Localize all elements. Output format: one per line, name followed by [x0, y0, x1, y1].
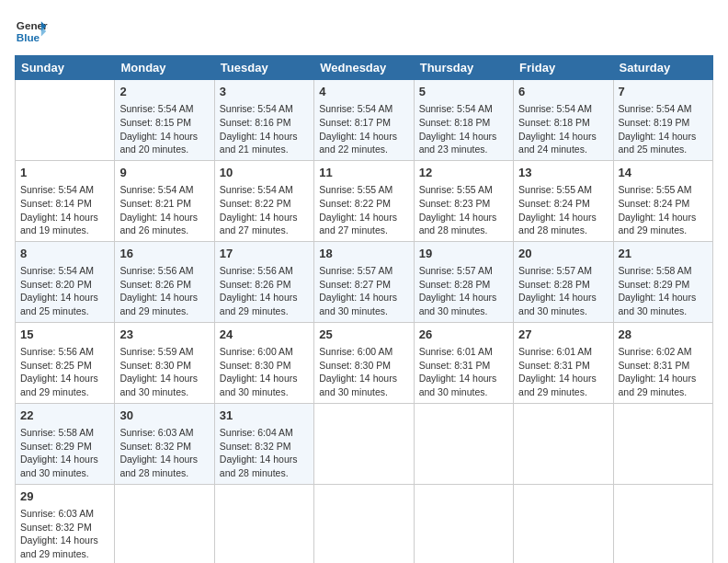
- day-number: 20: [518, 246, 608, 262]
- calendar-cell: 5Sunrise: 5:54 AMSunset: 8:18 PMDaylight…: [414, 80, 513, 161]
- sunset-text: Sunset: 8:18 PM: [518, 117, 590, 128]
- calendar-cell: 18Sunrise: 5:57 AMSunset: 8:27 PMDayligh…: [314, 241, 414, 322]
- sunrise-text: Sunrise: 6:03 AM: [20, 508, 94, 519]
- sunset-text: Sunset: 8:15 PM: [119, 117, 191, 128]
- logo-icon: General Blue: [15, 15, 48, 48]
- sunrise-text: Sunrise: 5:54 AM: [119, 184, 193, 195]
- daylight-text: Daylight: 14 hours and 29 minutes.: [220, 292, 298, 316]
- day-number: 28: [619, 327, 708, 343]
- svg-text:Blue: Blue: [17, 31, 40, 43]
- day-number: 13: [518, 165, 608, 181]
- sunrise-text: Sunrise: 6:04 AM: [220, 427, 293, 438]
- sunset-text: Sunset: 8:22 PM: [319, 198, 391, 209]
- daylight-text: Daylight: 14 hours and 27 minutes.: [319, 212, 397, 236]
- day-number: 12: [419, 165, 508, 181]
- calendar-cell: [514, 484, 613, 563]
- day-number: 18: [319, 246, 408, 262]
- calendar-cell: 25Sunrise: 6:00 AMSunset: 8:30 PMDayligh…: [314, 322, 414, 403]
- daylight-text: Daylight: 14 hours and 30 minutes.: [20, 454, 98, 478]
- sunset-text: Sunset: 8:28 PM: [419, 279, 491, 290]
- sunset-text: Sunset: 8:23 PM: [419, 198, 491, 209]
- daylight-text: Daylight: 14 hours and 28 minutes.: [119, 454, 198, 478]
- calendar-cell: 22Sunrise: 5:58 AMSunset: 8:29 PMDayligh…: [16, 403, 115, 484]
- sunrise-text: Sunrise: 5:55 AM: [619, 184, 692, 195]
- calendar-cell: 9Sunrise: 5:54 AMSunset: 8:21 PMDaylight…: [115, 160, 214, 241]
- calendar-day-header: Monday: [115, 56, 214, 80]
- calendar-week-row: 2Sunrise: 5:54 AMSunset: 8:15 PMDaylight…: [16, 80, 713, 161]
- calendar-day-header: Sunday: [16, 56, 115, 80]
- sunrise-text: Sunrise: 6:01 AM: [518, 346, 592, 357]
- calendar-cell: 4Sunrise: 5:54 AMSunset: 8:17 PMDaylight…: [314, 80, 414, 161]
- calendar-cell: [115, 484, 214, 563]
- daylight-text: Daylight: 14 hours and 30 minutes.: [419, 292, 497, 316]
- daylight-text: Daylight: 14 hours and 25 minutes.: [20, 292, 98, 316]
- sunset-text: Sunset: 8:29 PM: [20, 441, 92, 452]
- daylight-text: Daylight: 14 hours and 29 minutes.: [20, 534, 98, 559]
- daylight-text: Daylight: 14 hours and 29 minutes.: [518, 373, 597, 397]
- calendar-week-row: 1Sunrise: 5:54 AMSunset: 8:14 PMDaylight…: [16, 160, 713, 241]
- day-number: 3: [220, 84, 309, 100]
- sunrise-text: Sunrise: 6:00 AM: [220, 346, 293, 357]
- daylight-text: Daylight: 14 hours and 30 minutes.: [619, 292, 697, 316]
- calendar-cell: [514, 403, 613, 484]
- sunset-text: Sunset: 8:17 PM: [319, 117, 391, 128]
- daylight-text: Daylight: 14 hours and 28 minutes.: [220, 454, 298, 478]
- sunrise-text: Sunrise: 5:55 AM: [419, 184, 493, 195]
- sunrise-text: Sunrise: 5:56 AM: [20, 346, 94, 357]
- calendar-table: SundayMondayTuesdayWednesdayThursdayFrid…: [15, 55, 713, 563]
- calendar-cell: 12Sunrise: 5:55 AMSunset: 8:23 PMDayligh…: [414, 160, 513, 241]
- sunset-text: Sunset: 8:24 PM: [518, 198, 590, 209]
- sunset-text: Sunset: 8:26 PM: [119, 279, 191, 290]
- sunset-text: Sunset: 8:24 PM: [619, 198, 690, 209]
- sunset-text: Sunset: 8:14 PM: [20, 198, 92, 209]
- sunset-text: Sunset: 8:28 PM: [518, 279, 590, 290]
- calendar-cell: 11Sunrise: 5:55 AMSunset: 8:22 PMDayligh…: [314, 160, 414, 241]
- daylight-text: Daylight: 14 hours and 29 minutes.: [20, 373, 98, 397]
- day-number: 14: [619, 165, 708, 181]
- daylight-text: Daylight: 14 hours and 30 minutes.: [119, 373, 198, 397]
- calendar-cell: 21Sunrise: 5:58 AMSunset: 8:29 PMDayligh…: [613, 241, 712, 322]
- daylight-text: Daylight: 14 hours and 30 minutes.: [319, 373, 397, 397]
- sunset-text: Sunset: 8:30 PM: [319, 360, 391, 371]
- day-number: 26: [419, 327, 508, 343]
- calendar-cell: 29Sunrise: 6:03 AMSunset: 8:32 PMDayligh…: [16, 484, 115, 563]
- calendar-cell: [414, 484, 513, 563]
- calendar-cell: 15Sunrise: 5:56 AMSunset: 8:25 PMDayligh…: [16, 322, 115, 403]
- calendar-cell: 3Sunrise: 5:54 AMSunset: 8:16 PMDaylight…: [214, 80, 313, 161]
- sunset-text: Sunset: 8:32 PM: [220, 441, 291, 452]
- daylight-text: Daylight: 14 hours and 30 minutes.: [220, 373, 298, 397]
- sunset-text: Sunset: 8:31 PM: [518, 360, 590, 371]
- calendar-cell: [314, 403, 414, 484]
- daylight-text: Daylight: 14 hours and 30 minutes.: [419, 373, 497, 397]
- calendar-day-header: Tuesday: [214, 56, 313, 80]
- day-number: 16: [119, 246, 209, 262]
- sunset-text: Sunset: 8:16 PM: [220, 117, 291, 128]
- sunrise-text: Sunrise: 5:55 AM: [319, 184, 392, 195]
- calendar-cell: 23Sunrise: 5:59 AMSunset: 8:30 PMDayligh…: [115, 322, 214, 403]
- day-number: 25: [319, 327, 408, 343]
- sunrise-text: Sunrise: 5:54 AM: [20, 265, 94, 276]
- calendar-week-row: 8Sunrise: 5:54 AMSunset: 8:20 PMDaylight…: [16, 241, 713, 322]
- calendar-cell: 2Sunrise: 5:54 AMSunset: 8:15 PMDaylight…: [115, 80, 214, 161]
- sunset-text: Sunset: 8:20 PM: [20, 279, 92, 290]
- logo: General Blue: [15, 15, 48, 48]
- daylight-text: Daylight: 14 hours and 26 minutes.: [119, 212, 198, 236]
- calendar-cell: 27Sunrise: 6:01 AMSunset: 8:31 PMDayligh…: [514, 322, 613, 403]
- daylight-text: Daylight: 14 hours and 23 minutes.: [419, 131, 497, 155]
- calendar-cell: [214, 484, 313, 563]
- daylight-text: Daylight: 14 hours and 29 minutes.: [619, 373, 697, 397]
- day-number: 30: [119, 408, 209, 424]
- calendar-week-row: 29Sunrise: 6:03 AMSunset: 8:32 PMDayligh…: [16, 484, 713, 563]
- sunset-text: Sunset: 8:29 PM: [619, 279, 690, 290]
- day-number: 19: [419, 246, 508, 262]
- calendar-cell: 26Sunrise: 6:01 AMSunset: 8:31 PMDayligh…: [414, 322, 513, 403]
- calendar-cell: [16, 80, 115, 161]
- calendar-week-row: 22Sunrise: 5:58 AMSunset: 8:29 PMDayligh…: [16, 403, 713, 484]
- sunrise-text: Sunrise: 5:54 AM: [319, 103, 392, 114]
- sunrise-text: Sunrise: 5:54 AM: [220, 103, 293, 114]
- calendar-cell: 8Sunrise: 5:54 AMSunset: 8:20 PMDaylight…: [16, 241, 115, 322]
- daylight-text: Daylight: 14 hours and 24 minutes.: [518, 131, 597, 155]
- day-number: 8: [20, 246, 109, 262]
- calendar-cell: 19Sunrise: 5:57 AMSunset: 8:28 PMDayligh…: [414, 241, 513, 322]
- sunset-text: Sunset: 8:27 PM: [319, 279, 391, 290]
